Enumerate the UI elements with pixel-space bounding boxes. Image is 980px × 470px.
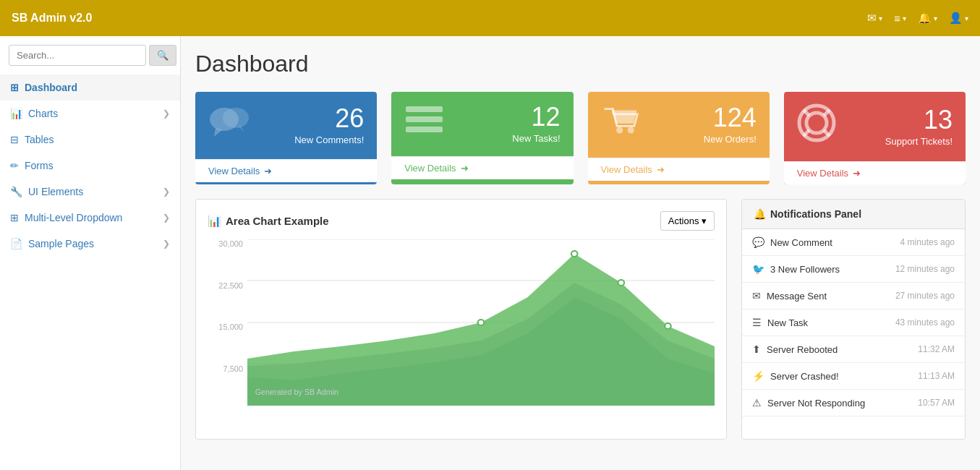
sidebar-item-multi-level[interactable]: ⊞ Multi-Level Dropdown ❯: [0, 205, 180, 231]
chart-icon: 📊: [208, 215, 221, 228]
warning-icon: ⚠: [752, 397, 762, 409]
tasks-view-details-link[interactable]: View Details ➜: [404, 163, 468, 174]
top-navbar: SB Admin v2.0 ✉ ▾ ≡ ▾ 🔔 ▾ 👤 ▾: [0, 0, 980, 36]
notif-text-task: New Task: [767, 317, 808, 328]
task-icon: ☰: [752, 317, 762, 328]
tickets-view-details-link[interactable]: View Details ➜: [797, 168, 861, 179]
topnav-icons: ✉ ▾ ≡ ▾ 🔔 ▾ 👤 ▾: [867, 12, 968, 25]
notif-text-crash: Server Crashed!: [770, 371, 839, 382]
svg-point-23: [618, 280, 624, 286]
lightning-icon: ⚡: [752, 370, 764, 382]
sidebar-label-sample-pages: Sample Pages: [28, 238, 94, 249]
tickets-label: Support Tickets!: [885, 136, 953, 147]
chevron-right-icon-4: ❯: [163, 239, 170, 249]
tasks-nav-button[interactable]: ≡ ▾: [894, 12, 906, 25]
svg-point-9: [627, 127, 634, 133]
upload-icon: ⬆: [752, 343, 761, 355]
stat-card-tasks: 12 New Tasks! View Details ➜: [391, 92, 573, 184]
bell-icon: 🔔: [918, 12, 932, 25]
sidebar-item-charts[interactable]: 📊 Charts ❯: [0, 101, 180, 127]
stats-row: 26 New Comments! View Details ➜: [195, 92, 966, 184]
svg-text:Generated by SB Admin: Generated by SB Admin: [255, 388, 339, 396]
chevron-right-icon-2: ❯: [163, 187, 170, 197]
notif-time-reboot: 11:32 AM: [918, 344, 955, 354]
alerts-nav-button[interactable]: 🔔 ▾: [918, 12, 937, 25]
tasks-label: New Tasks!: [512, 133, 560, 144]
user-nav-button[interactable]: 👤 ▾: [949, 12, 968, 25]
forms-icon: ✏: [10, 160, 19, 171]
notif-time-not-responding: 10:57 AM: [918, 398, 955, 408]
tables-icon: ⊟: [10, 134, 19, 145]
sidebar-item-forms[interactable]: ✏ Forms: [0, 153, 180, 179]
actions-button[interactable]: Actions ▾: [660, 211, 715, 231]
chart-panel: 📊 Area Chart Example Actions ▾ 30,000 22…: [195, 199, 727, 440]
notif-item-message[interactable]: ✉ Message Sent 27 minutes ago: [742, 283, 965, 309]
sidebar-item-dashboard[interactable]: ⊞ Dashboard: [0, 74, 180, 101]
sidebar-item-ui-elements[interactable]: 🔧 UI Elements ❯: [0, 179, 180, 205]
multi-level-icon: ⊞: [10, 212, 19, 223]
tickets-card-icon: [797, 103, 837, 150]
orders-view-details-link[interactable]: View Details ➜: [601, 164, 665, 175]
notif-item-crash[interactable]: ⚡ Server Crashed! 11:13 AM: [742, 363, 965, 390]
notif-time-followers: 12 minutes ago: [895, 264, 955, 274]
email-nav-button[interactable]: ✉ ▾: [867, 12, 882, 25]
comment-icon: 💬: [752, 236, 764, 248]
orders-count: 124: [704, 105, 757, 131]
sidebar-search-form: 🔍: [0, 36, 180, 74]
sidebar-nav: ⊞ Dashboard 📊 Charts ❯ ⊟: [0, 74, 180, 257]
notif-item-comment[interactable]: 💬 New Comment 4 minutes ago: [742, 229, 965, 256]
notif-item-reboot[interactable]: ⬆ Server Rebooted 11:32 AM: [742, 336, 965, 363]
list-icon: ≡: [894, 12, 900, 25]
sidebar: 🔍 ⊞ Dashboard 📊 Charts ❯: [0, 36, 181, 470]
svg-marker-1: [214, 128, 223, 137]
page-title: Dashboard: [195, 51, 966, 77]
chart-panel-header: 📊 Area Chart Example Actions ▾: [208, 211, 715, 231]
notif-text-comment: New Comment: [770, 237, 832, 248]
notif-time-comment: 4 minutes ago: [900, 237, 955, 247]
chart-title: 📊 Area Chart Example: [208, 215, 329, 228]
sidebar-label-dashboard: Dashboard: [25, 82, 77, 93]
chart-y-axis: 30,000 22,500 15,000 7,500: [208, 239, 247, 406]
notif-item-task[interactable]: ☰ New Task 43 minutes ago: [742, 309, 965, 336]
twitter-icon: 🐦: [752, 263, 764, 275]
chevron-right-icon-3: ❯: [163, 213, 170, 223]
orders-card-icon: [601, 103, 641, 146]
notifications-header: 🔔 Notifications Panel: [742, 200, 965, 229]
sidebar-item-sample-pages[interactable]: 📄 Sample Pages ❯: [0, 231, 180, 257]
charts-icon: 📊: [10, 108, 22, 119]
svg-point-24: [665, 323, 671, 329]
svg-line-14: [804, 130, 809, 136]
notif-item-followers[interactable]: 🐦 3 New Followers 12 minutes ago: [742, 256, 965, 283]
comments-link-text: View Details: [208, 166, 260, 176]
svg-point-21: [478, 320, 485, 325]
main-content: Dashboard 26 New Commen: [181, 36, 980, 470]
notifications-list: 💬 New Comment 4 minutes ago 🐦 3 New Foll…: [742, 229, 965, 416]
envelope-icon: ✉: [867, 12, 877, 25]
sidebar-label-forms: Forms: [25, 160, 54, 171]
notif-item-not-responding[interactable]: ⚠ Server Not Responding 10:57 AM: [742, 390, 965, 416]
search-input[interactable]: [9, 45, 146, 66]
chart-area-wrapper: 30,000 22,500 15,000 7,500: [208, 239, 715, 427]
arrow-right-icon-2: ➜: [461, 163, 469, 174]
app-title: SB Admin v2.0: [12, 12, 92, 25]
search-button[interactable]: 🔍: [149, 45, 176, 66]
sidebar-label-charts: Charts: [28, 108, 58, 119]
svg-point-2: [223, 108, 249, 128]
bell-icon-notif: 🔔: [754, 208, 766, 220]
tasks-card-icon: [404, 103, 444, 145]
svg-rect-5: [406, 116, 443, 122]
svg-rect-4: [406, 106, 443, 112]
notif-time-message: 27 minutes ago: [895, 291, 955, 301]
ui-elements-icon: 🔧: [10, 186, 22, 197]
sidebar-item-tables[interactable]: ⊟ Tables: [0, 127, 180, 153]
stat-card-orders: 124 New Orders! View Details ➜: [588, 92, 770, 184]
comments-label: New Comments!: [294, 134, 364, 145]
sidebar-label-tables: Tables: [25, 134, 54, 145]
search-icon: 🔍: [157, 50, 169, 61]
sidebar-label-multi-level: Multi-Level Dropdown: [25, 212, 122, 223]
comments-card-icon: [208, 103, 252, 148]
arrow-right-icon: ➜: [264, 166, 272, 176]
comments-view-details-link[interactable]: View Details ➜: [208, 166, 272, 176]
notifications-panel: 🔔 Notifications Panel 💬 New Comment 4 mi…: [741, 199, 966, 440]
svg-point-11: [806, 113, 827, 133]
